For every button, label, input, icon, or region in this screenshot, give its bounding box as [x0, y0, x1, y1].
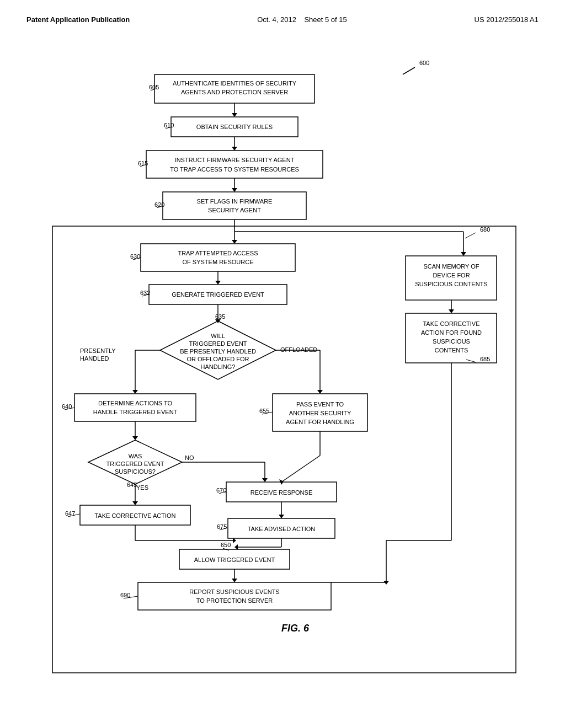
svg-text:ANOTHER SECURITY: ANOTHER SECURITY	[289, 410, 351, 416]
svg-text:BE PRESENTLY HANDLED: BE PRESENTLY HANDLED	[180, 348, 256, 355]
node-610-text: OBTAIN SECURITY RULES	[196, 124, 273, 130]
svg-marker-5	[232, 113, 237, 117]
label-yes: YES	[136, 484, 148, 491]
node-690-text: REPORT SUSPICIOUS EVENTS	[189, 588, 279, 595]
label-680: 680	[480, 226, 490, 233]
svg-marker-9	[232, 147, 237, 151]
svg-marker-61	[132, 436, 138, 440]
node-650-text: ALLOW TRIGGERED EVENT	[194, 556, 275, 563]
svg-rect-10	[146, 151, 323, 178]
svg-rect-57	[74, 394, 196, 421]
node-632-text: GENERATE TRIGGERED EVENT	[172, 291, 264, 298]
label-no: NO	[185, 454, 194, 461]
svg-text:AGENT FOR HANDLING: AGENT FOR HANDLING	[286, 419, 354, 425]
svg-line-89	[281, 456, 320, 482]
node-680-text: SCAN MEMORY OF	[423, 263, 479, 270]
header-right: US 2012/255018 A1	[475, 15, 539, 24]
node-675-text: TAKE ADVISED ACTION	[248, 526, 316, 532]
diagram-number: 600	[419, 60, 429, 66]
label-650: 650	[221, 542, 231, 548]
label-675: 675	[217, 523, 227, 530]
label-647: 647	[65, 510, 75, 517]
label-635: 635	[215, 313, 225, 320]
svg-text:ACTION FOR FOUND: ACTION FOR FOUND	[421, 329, 482, 336]
node-620-text: SET FLAGS IN FIRMWARE	[197, 198, 273, 205]
svg-text:CONTENTS: CONTENTS	[435, 347, 468, 354]
node-647-text: TAKE CORRECTIVE ACTION	[94, 512, 175, 519]
svg-marker-22	[232, 240, 237, 244]
svg-text:SECURITY AGENT: SECURITY AGENT	[208, 207, 261, 213]
svg-text:OF SYSTEM RESOURCE: OF SYSTEM RESOURCE	[183, 259, 254, 265]
figure-label: FIG. 6	[281, 623, 310, 634]
label-offloaded: OFFLOADED	[280, 346, 317, 353]
node-685-text: TAKE CORRECTIVE	[423, 320, 479, 327]
svg-rect-36	[141, 244, 295, 271]
header-center: Oct. 4, 2012 Sheet 5 of 15	[257, 15, 347, 24]
svg-marker-30	[449, 309, 454, 313]
svg-text:AGENTS AND PROTECTION SERVER: AGENTS AND PROTECTION SERVER	[181, 89, 288, 95]
svg-marker-78	[279, 515, 284, 518]
svg-text:HANDLED: HANDLED	[80, 355, 109, 362]
svg-text:TO PROTECTION SERVER: TO PROTECTION SERVER	[196, 597, 273, 604]
svg-line-23	[465, 233, 476, 238]
svg-text:SUSPICIOUS CONTENTS: SUSPICIOUS CONTENTS	[415, 281, 487, 287]
svg-rect-15	[163, 192, 306, 220]
node-635-text: WILL	[211, 333, 225, 339]
svg-text:DEVICE FOR: DEVICE FOR	[433, 272, 470, 279]
svg-marker-56	[317, 390, 323, 394]
svg-text:HANDLE TRIGGERED EVENT: HANDLE TRIGGERED EVENT	[93, 409, 178, 415]
node-655-text: PASS EVENT TO	[296, 401, 344, 408]
node-630-text: TRAP ATTEMPTED ACCESS	[178, 250, 258, 256]
svg-marker-74	[262, 478, 268, 482]
svg-text:TRIGGERED EVENT: TRIGGERED EVENT	[189, 340, 247, 347]
svg-text:OR OFFLOADED FOR: OR OFFLOADED FOR	[186, 356, 249, 362]
svg-text:SUSPICIOUS: SUSPICIOUS	[433, 338, 470, 345]
label-presently-handled: PRESENTLY	[80, 347, 116, 354]
node-615-text: INSTRUCT FIRMWARE SECURITY AGENT	[175, 157, 295, 163]
label-630: 630	[130, 253, 140, 260]
svg-marker-40	[215, 281, 221, 285]
node-670-text: RECEIVE RESPONSE	[250, 489, 312, 496]
flowchart-diagram: 600 AUTHENTICATE IDENTITIES OF SECURITY …	[0, 44, 565, 717]
label-685: 685	[480, 356, 490, 362]
node-605-text: AUTHENTICATE IDENTITIES OF SECURITY	[173, 80, 297, 87]
svg-rect-95	[138, 582, 331, 610]
node-640-text: DETERMINE ACTIONS TO	[98, 400, 173, 406]
svg-marker-14	[232, 188, 237, 192]
svg-marker-53	[132, 390, 138, 394]
svg-text:SUSPICIOUS?: SUSPICIOUS?	[115, 468, 156, 475]
svg-text:TRIGGERED EVENT: TRIGGERED EVENT	[106, 461, 164, 467]
svg-rect-18	[52, 226, 516, 673]
svg-line-0	[403, 67, 415, 74]
svg-line-35	[466, 360, 476, 362]
node-was-suspicious-text: WAS	[129, 453, 142, 459]
svg-marker-66	[132, 501, 138, 505]
svg-text:TO TRAP ACCESS TO SYSTEM RESOU: TO TRAP ACCESS TO SYSTEM RESOURCES	[170, 166, 299, 173]
svg-marker-25	[461, 252, 466, 256]
header-left: Patent Application Publication	[26, 15, 130, 24]
svg-marker-94	[232, 579, 237, 582]
label-640: 640	[62, 403, 72, 410]
svg-text:HANDLING?: HANDLING?	[201, 363, 236, 370]
page-header: Patent Application Publication Oct. 4, 2…	[0, 0, 565, 24]
